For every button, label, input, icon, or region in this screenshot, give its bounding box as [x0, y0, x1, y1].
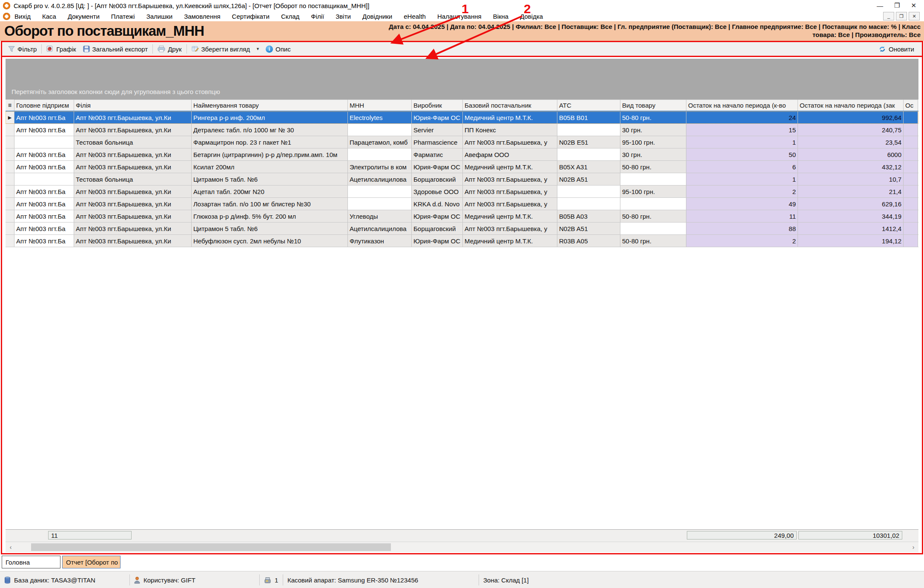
- tab-home[interactable]: Головна: [2, 556, 60, 568]
- grid-cell[interactable]: Апт №003 пгт.Барышевка, у: [463, 186, 557, 197]
- grid-cell[interactable]: Апт №003 пгт.Ба: [14, 198, 74, 210]
- grid-cell[interactable]: [348, 186, 412, 197]
- grid-cell[interactable]: Апт №003 пгт.Барышевка, ул.Ки: [74, 235, 192, 247]
- grid-cell[interactable]: [904, 136, 918, 148]
- table-row[interactable]: Апт №003 пгт.БаАпт №003 пгт.Барышевка, у…: [6, 198, 918, 210]
- grid-cell[interactable]: R03B A05: [557, 235, 620, 247]
- grid-cell[interactable]: 992,64: [798, 111, 904, 123]
- refresh-button[interactable]: Оновити: [875, 45, 918, 54]
- scroll-left-icon[interactable]: ‹: [6, 543, 15, 551]
- grid-cell[interactable]: N02B A51: [557, 223, 620, 234]
- table-row[interactable]: Тестовая больницаФармацитрон пор. 23 г п…: [6, 136, 918, 148]
- grid-cell[interactable]: [620, 223, 686, 234]
- grid-cell[interactable]: Апт №003 пгт.Ба: [14, 235, 74, 247]
- column-header[interactable]: АТС: [557, 100, 620, 111]
- grid-cell[interactable]: Глюкоза р-р д/инф. 5% бут. 200 мл: [192, 210, 348, 222]
- export-button[interactable]: Загальний експорт: [80, 45, 152, 54]
- grid-cell[interactable]: Апт №003 пгт.Барышевка, ул.Ки: [74, 223, 192, 234]
- grid-cell[interactable]: Юрия-Фарм ОС: [412, 161, 463, 173]
- grid-cell[interactable]: Апт №003 пгт.Барышевка, у: [463, 173, 557, 185]
- grid-cell[interactable]: Апт №003 пгт.Барышевка, ул.Ки: [74, 186, 192, 197]
- grid-cell[interactable]: Апт №003 пгт.Барышевка, ул.Ки: [74, 198, 192, 210]
- grid-cell[interactable]: [348, 148, 412, 160]
- grid-cell[interactable]: Servier: [412, 124, 463, 136]
- grid-cell[interactable]: Фарматис: [412, 148, 463, 160]
- grid-cell[interactable]: Борщаговский: [412, 223, 463, 234]
- grid-cell[interactable]: N02B E51: [557, 136, 620, 148]
- grid-cell[interactable]: [348, 198, 412, 210]
- grid-cell[interactable]: 194,12: [798, 235, 904, 247]
- print-button[interactable]: Друк: [154, 45, 185, 54]
- tab-report-active[interactable]: Отчет [Оборот по по ...: [62, 556, 121, 568]
- grid-cell[interactable]: Тестовая больница: [74, 136, 192, 148]
- grid-cell[interactable]: [904, 186, 918, 197]
- mdi-close-button[interactable]: ✕: [909, 12, 920, 20]
- grid-cell[interactable]: [14, 173, 74, 185]
- grid-cell[interactable]: 2: [686, 186, 798, 197]
- grid-cell[interactable]: 50-80 грн.: [620, 111, 686, 123]
- horizontal-scrollbar[interactable]: ‹ ›: [6, 542, 918, 552]
- save-view-button[interactable]: Зберегти вигляд: [188, 45, 254, 54]
- grid-cell[interactable]: Рингера р-р инф. 200мл: [192, 111, 348, 123]
- restore-button[interactable]: ❐: [894, 2, 900, 9]
- grid-cell[interactable]: Апт №003 пгт.Барышевка, ул.Ки: [74, 210, 192, 222]
- grid-cell[interactable]: [904, 235, 918, 247]
- grid-cell[interactable]: Апт №003 пгт.Барышевка, ул.Ки: [74, 124, 192, 136]
- grid-cell[interactable]: 30 грн.: [620, 124, 686, 136]
- table-row[interactable]: Апт №003 пгт.БаАпт №003 пгт.Барышевка, у…: [6, 235, 918, 247]
- grid-cell[interactable]: [557, 148, 620, 160]
- grid-cell[interactable]: Борщаговский: [412, 173, 463, 185]
- grid-cell[interactable]: 30 грн.: [620, 148, 686, 160]
- grid-cell[interactable]: Ацетилсалицилова: [348, 173, 412, 185]
- grid-cell[interactable]: 50-80 грн.: [620, 235, 686, 247]
- grid-cell[interactable]: Юрия-Фарм ОС: [412, 111, 463, 123]
- grid-cell[interactable]: 11: [686, 210, 798, 222]
- grid-cell[interactable]: 240,75: [798, 124, 904, 136]
- menu-item-13[interactable]: Налаштування: [437, 13, 482, 20]
- grid-cell[interactable]: Парацетамол, комб: [348, 136, 412, 148]
- grid-cell[interactable]: Медичний центр М.Т.К.: [463, 235, 557, 247]
- description-button[interactable]: i Опис: [262, 45, 294, 54]
- table-row[interactable]: Апт №003 пгт.БаАпт №003 пгт.Барышевка, у…: [6, 161, 918, 173]
- grid-cell[interactable]: 2: [686, 235, 798, 247]
- grid-cell[interactable]: Апт №003 пгт.Ба: [14, 111, 74, 123]
- grid-cell[interactable]: Апт №003 пгт.Ба: [14, 186, 74, 197]
- grid-cell[interactable]: [904, 124, 918, 136]
- grid-cell[interactable]: [14, 136, 74, 148]
- menu-item-7[interactable]: Сертифікати: [232, 13, 270, 20]
- grid-cell[interactable]: [904, 223, 918, 234]
- grid-cell[interactable]: 95-100 грн.: [620, 186, 686, 197]
- grid-cell[interactable]: [557, 124, 620, 136]
- grid-cell[interactable]: 95-100 грн.: [620, 136, 686, 148]
- grid-cell[interactable]: [557, 198, 620, 210]
- grid-cell[interactable]: Небуфлюзон сусп. 2мл небулы №10: [192, 235, 348, 247]
- grid-cell[interactable]: [904, 173, 918, 185]
- grid-cell[interactable]: Тестовая больница: [74, 173, 192, 185]
- grid-cell[interactable]: Ацетал табл. 200мг N20: [192, 186, 348, 197]
- grid-cell[interactable]: 6000: [798, 148, 904, 160]
- grid-cell[interactable]: Здоровье ООО: [412, 186, 463, 197]
- grid-cell[interactable]: [904, 198, 918, 210]
- grid-cell[interactable]: 10,7: [798, 173, 904, 185]
- grid-cell[interactable]: 21,4: [798, 186, 904, 197]
- grid-cell[interactable]: [904, 210, 918, 222]
- grid-cell[interactable]: Pharmascience: [412, 136, 463, 148]
- grid-cell[interactable]: 1412,4: [798, 223, 904, 234]
- grid-cell[interactable]: Апт №003 пгт.Ба: [14, 161, 74, 173]
- menu-item-6[interactable]: Замовлення: [184, 13, 220, 20]
- scrollbar-thumb[interactable]: [31, 543, 391, 551]
- grid-cell[interactable]: 23,54: [798, 136, 904, 148]
- grid-cell[interactable]: [904, 148, 918, 160]
- menu-item-1[interactable]: Вихід: [14, 13, 31, 20]
- column-header[interactable]: Ос: [904, 100, 918, 111]
- menu-item-12[interactable]: eHealth: [404, 13, 426, 20]
- menu-item-11[interactable]: Довідники: [362, 13, 392, 20]
- grid-cell[interactable]: [348, 124, 412, 136]
- grid-cell[interactable]: [620, 198, 686, 210]
- table-row[interactable]: Апт №003 пгт.БаАпт №003 пгт.Барышевка, у…: [6, 186, 918, 198]
- grid-cell[interactable]: Детралекс табл. п/о 1000 мг № 30: [192, 124, 348, 136]
- grid-cell[interactable]: Апт №003 пгт.Барышевка, у: [463, 223, 557, 234]
- menu-item-5[interactable]: Залишки: [146, 13, 173, 20]
- grid-cell[interactable]: [904, 161, 918, 173]
- grid-cell[interactable]: 432,12: [798, 161, 904, 173]
